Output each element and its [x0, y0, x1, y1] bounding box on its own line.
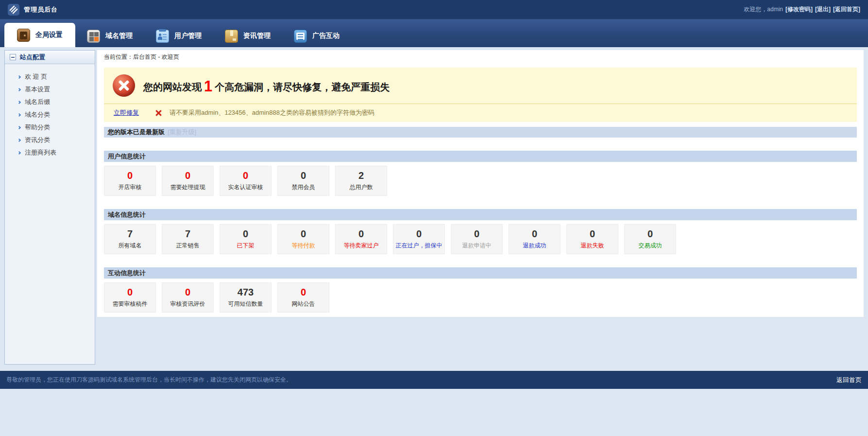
chevron-right-icon	[17, 113, 21, 116]
tab-域名管理[interactable]: 域名管理	[75, 25, 144, 47]
warning-prefix: 您的网站发现	[143, 82, 202, 92]
sidebar-item-label: 域名后缀	[25, 98, 50, 106]
sidebar-group-title: 站点配置	[20, 53, 45, 62]
stat-label: 审核资讯评价	[170, 300, 205, 308]
stat-box[interactable]: 0已下架	[220, 224, 272, 254]
stat-label: 网站公告	[292, 300, 315, 308]
app-title: 管理员后台	[24, 5, 58, 14]
topbar-link[interactable]: [退出]	[815, 5, 831, 14]
stat-value: 0	[127, 287, 133, 297]
stat-box[interactable]: 0需要审核稿件	[104, 282, 156, 313]
warning-suffix: 个高危漏洞，请尽快修复，避免严重损失	[215, 82, 390, 92]
stat-label: 等待卖家过户	[344, 242, 379, 250]
stats-row: 0需要审核稿件0审核资讯评价473可用短信数量0网站公告	[104, 282, 857, 313]
sidebar-item-label: 注册商列表	[25, 148, 56, 157]
news-manage-icon	[225, 30, 238, 43]
stat-value: 7	[127, 229, 133, 239]
tab-label: 用户管理	[174, 32, 202, 40]
sidebar-item[interactable]: 帮助分类	[5, 121, 95, 134]
stat-box[interactable]: 0退款成功	[509, 224, 561, 254]
collapse-minus-icon[interactable]	[10, 54, 16, 60]
stat-value: 0	[358, 229, 364, 239]
stat-box[interactable]: 0实名认证审核	[220, 166, 272, 196]
stat-value: 0	[243, 229, 248, 239]
stat-label: 开店审核	[119, 183, 142, 192]
stat-box[interactable]: 0等待付款	[277, 224, 329, 254]
stat-box[interactable]: 7所有域名	[104, 224, 156, 254]
stat-label: 所有域名	[119, 242, 142, 250]
sidebar: 站点配置 欢 迎 页基本设置域名后缀域名分类帮助分类资讯分类注册商列表	[4, 50, 95, 365]
warning-detail-row: 立即修复 请不要采用admin、123456、admin888之类的容易被猜到的…	[104, 104, 857, 122]
sidebar-item[interactable]: 注册商列表	[5, 146, 95, 159]
re-upgrade-link[interactable]: [重新升级]	[168, 128, 196, 137]
global-settings-icon	[17, 29, 30, 42]
stat-box[interactable]: 0退款失败	[566, 224, 618, 254]
stat-value: 2	[358, 171, 364, 180]
app-logo-icon	[8, 4, 19, 16]
stat-label: 等待付款	[292, 242, 315, 250]
chevron-right-icon	[17, 75, 21, 78]
top-bar: 管理员后台 欢迎您，admin [修改密码][退出][返回首页]	[0, 0, 868, 19]
security-warning-banner: 您的网站发现1个高危漏洞，请尽快修复，避免严重损失 立即修复 请不要采用admi…	[104, 68, 857, 122]
stat-box[interactable]: 0交易成功	[624, 224, 676, 254]
stat-box[interactable]: 0正在过户，担保中	[393, 224, 445, 254]
topbar-link[interactable]: [修改密码]	[785, 5, 813, 14]
stats-row: 0开店审核0需要处理提现0实名认证审核0禁用会员2总用户数	[104, 166, 857, 196]
section-title: 互动信息统计	[104, 267, 857, 279]
stat-box[interactable]: 0需要处理提现	[162, 166, 214, 196]
stat-value: 0	[474, 229, 479, 239]
stat-box[interactable]: 0等待卖家过户	[335, 224, 387, 254]
warning-headline-row: 您的网站发现1个高危漏洞，请尽快修复，避免严重损失	[104, 68, 857, 104]
warning-message: 您的网站发现1个高危漏洞，请尽快修复，避免严重损失	[143, 77, 390, 94]
sidebar-group-header[interactable]: 站点配置	[5, 51, 95, 64]
stat-value: 0	[301, 229, 306, 239]
stat-box[interactable]: 7正常销售	[162, 224, 214, 254]
chevron-right-icon	[17, 125, 21, 129]
stat-label: 交易成功	[639, 242, 662, 250]
stats-section: 域名信息统计7所有域名7正常销售0已下架0等待付款0等待卖家过户0正在过户，担保…	[104, 209, 857, 254]
stat-label: 需要处理提现	[170, 183, 205, 192]
main-panel: 当前位置：后台首页 - 欢迎页 您的网站发现1个高危漏洞，请尽快修复，避免严重损…	[97, 50, 864, 317]
stat-box[interactable]: 0网站公告	[277, 282, 329, 313]
tab-label: 域名管理	[105, 32, 133, 40]
sidebar-item[interactable]: 域名后缀	[5, 96, 95, 108]
tab-用户管理[interactable]: 用户管理	[144, 25, 213, 47]
stat-value: 0	[301, 287, 306, 297]
sidebar-item[interactable]: 资讯分类	[5, 134, 95, 146]
stat-value: 0	[127, 171, 133, 180]
tab-label: 广告互动	[312, 32, 340, 40]
stat-box[interactable]: 0退款申请中	[451, 224, 503, 254]
sidebar-item-label: 基本设置	[25, 85, 50, 94]
chevron-right-icon	[17, 87, 21, 91]
sidebar-item-label: 资讯分类	[25, 136, 50, 144]
stat-label: 正在过户，担保中	[396, 242, 443, 250]
stat-label: 可用短信数量	[228, 300, 263, 308]
sidebar-item[interactable]: 域名分类	[5, 108, 95, 121]
stat-box[interactable]: 0禁用会员	[277, 166, 329, 196]
stat-box[interactable]: 0审核资讯评价	[162, 282, 214, 313]
topbar-user-area: 欢迎您，admin [修改密码][退出][返回首页]	[744, 5, 860, 14]
tab-label: 资讯管理	[243, 32, 271, 40]
sidebar-item[interactable]: 欢 迎 页	[5, 70, 95, 83]
footer-bar: 尊敬的管理员，您正在使用刀客源码测试域名系统管理后台，当长时间不操作，建议您先关…	[0, 371, 868, 389]
tab-全局设置[interactable]: 全局设置	[4, 23, 75, 47]
stat-box[interactable]: 473可用短信数量	[220, 282, 272, 313]
stat-box[interactable]: 0开店审核	[104, 166, 156, 196]
user-manage-icon	[156, 30, 169, 43]
tab-资讯管理[interactable]: 资讯管理	[213, 25, 282, 47]
fix-now-link[interactable]: 立即修复	[114, 108, 139, 117]
sidebar-item[interactable]: 基本设置	[5, 83, 95, 96]
error-circle-x-icon	[113, 74, 135, 97]
tab-广告互动[interactable]: 广告互动	[282, 25, 351, 47]
stat-value: 0	[416, 229, 422, 239]
domain-manage-icon	[87, 30, 100, 43]
stats-section: 互动信息统计0需要审核稿件0审核资讯评价473可用短信数量0网站公告	[104, 267, 857, 313]
footer-home-link[interactable]: 返回首页	[836, 376, 862, 384]
stat-value: 473	[238, 287, 254, 297]
stat-value: 0	[590, 229, 595, 239]
stat-box[interactable]: 2总用户数	[335, 166, 387, 196]
red-x-icon	[155, 109, 162, 117]
topbar-link[interactable]: [返回首页]	[833, 5, 860, 14]
sidebar-menu: 欢 迎 页基本设置域名后缀域名分类帮助分类资讯分类注册商列表	[5, 64, 95, 159]
chevron-right-icon	[17, 100, 21, 104]
